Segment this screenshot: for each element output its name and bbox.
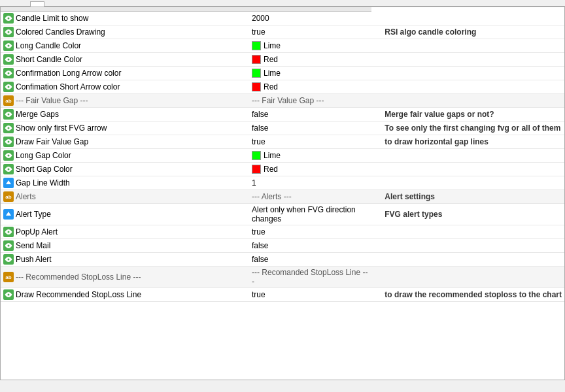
svg-point-4: [8, 73, 10, 74]
value-cell[interactable]: Alert only when FVG direction changes: [249, 204, 371, 225]
variable-label: Short Gap Color: [16, 165, 73, 174]
value-cell[interactable]: Red: [249, 80, 371, 94]
value-cell[interactable]: Red: [249, 163, 371, 176]
note-cell: to draw horizontal gap lines: [371, 135, 564, 149]
value-cell[interactable]: --- Recomanded StopLoss Line ---: [249, 267, 371, 288]
value-label: false: [252, 123, 268, 133]
tab-common[interactable]: [15, 1, 29, 6]
table-row: Draw Recommended StopLoss Linetrueto dra…: [1, 288, 564, 302]
value-label: Lime: [264, 41, 281, 50]
value-cell[interactable]: 1: [249, 176, 371, 190]
color-swatch: [252, 41, 261, 50]
variable-cell: Confimation Short Arrow color: [1, 80, 249, 94]
value-cell[interactable]: false: [249, 108, 371, 122]
eye-icon: [3, 227, 14, 237]
variable-label: Short Candle Color: [16, 55, 82, 64]
ab-icon: ab: [3, 95, 14, 106]
note-cell: [371, 176, 564, 190]
settings-table: Candle Limit to show2000 Colored Candles…: [1, 7, 564, 302]
variable-label: Merge Gaps: [16, 110, 59, 119]
value-label: Alert only when FVG direction changes: [252, 205, 369, 223]
table-row: PopUp Alerttrue: [1, 225, 564, 239]
note-cell: [371, 67, 564, 80]
tab-colors[interactable]: [45, 1, 60, 6]
tab-inputs[interactable]: [30, 1, 44, 7]
svg-point-16: [8, 294, 10, 296]
variable-cell: Gap Line Width: [1, 176, 249, 190]
color-swatch: [252, 151, 261, 160]
note-cell: [371, 239, 564, 253]
table-row: Long Gap ColorLime: [1, 149, 564, 163]
table-row: ab--- Recommended StopLoss Line ------ R…: [1, 267, 564, 288]
eye-icon: [3, 109, 14, 120]
note-cell: [371, 94, 564, 108]
table-row: Long Candle ColorLime: [1, 39, 564, 53]
variable-label: Colored Candles Drawing: [16, 27, 105, 37]
eye-icon: [3, 289, 14, 300]
value-cell[interactable]: Lime: [249, 149, 371, 163]
tab-bar: [0, 0, 565, 7]
note-cell: To see only the first changing fvg or al…: [371, 122, 564, 135]
value-cell[interactable]: true: [249, 25, 371, 39]
tab-about[interactable]: [0, 1, 14, 6]
svg-point-8: [8, 141, 10, 143]
color-swatch: [252, 55, 261, 64]
value-cell[interactable]: --- Fair Value Gap ---: [249, 94, 371, 108]
svg-point-15: [8, 259, 10, 261]
tab-visualization[interactable]: [60, 1, 75, 6]
value-cell[interactable]: Lime: [249, 67, 371, 80]
svg-point-14: [8, 245, 10, 247]
value-cell[interactable]: false: [249, 122, 371, 135]
value-cell[interactable]: Red: [249, 53, 371, 67]
svg-point-6: [8, 114, 10, 116]
value-label: true: [252, 227, 265, 237]
variable-cell: Short Gap Color: [1, 163, 249, 176]
value-cell[interactable]: 2000: [249, 12, 371, 25]
svg-point-13: [8, 231, 10, 233]
variable-cell: abAlerts: [1, 190, 249, 204]
value-cell[interactable]: Lime: [249, 39, 371, 53]
color-swatch: [252, 82, 261, 91]
value-cell[interactable]: false: [249, 253, 371, 267]
ab-icon: ab: [3, 191, 14, 202]
variable-label: Send Mail: [16, 241, 50, 250]
table-row: Send Mailfalse: [1, 239, 564, 253]
value-label: Red: [264, 165, 278, 174]
svg-point-3: [8, 59, 10, 61]
eye-icon: [3, 13, 14, 24]
table-row: Merge GapsfalseMerge fair value gaps or …: [1, 108, 564, 122]
note-cell: [371, 163, 564, 176]
eye-icon: [3, 27, 14, 37]
variable-cell: Show only first FVG arrow: [1, 122, 249, 135]
value-cell[interactable]: true: [249, 288, 371, 302]
svg-point-9: [8, 155, 10, 157]
variable-label: --- Fair Value Gap ---: [16, 96, 88, 105]
variable-cell: Long Candle Color: [1, 39, 249, 53]
eye-icon: [3, 240, 14, 251]
note-cell: [371, 80, 564, 94]
value-cell[interactable]: true: [249, 225, 371, 239]
variable-cell: Draw Fair Value Gap: [1, 135, 249, 149]
svg-point-7: [8, 127, 10, 129]
value-label: 2000: [252, 14, 269, 23]
note-cell: [371, 53, 564, 67]
value-cell[interactable]: true: [249, 135, 371, 149]
value-label: true: [252, 290, 265, 299]
value-cell[interactable]: false: [249, 239, 371, 253]
eye-icon: [3, 82, 14, 92]
table-row: abAlerts--- Alerts ---Alert settings: [1, 190, 564, 204]
variable-cell: Long Gap Color: [1, 149, 249, 163]
table-row: Candle Limit to show2000: [1, 12, 564, 25]
table-row: ab--- Fair Value Gap ------ Fair Value G…: [1, 94, 564, 108]
table-row: Draw Fair Value Gaptrueto draw horizonta…: [1, 135, 564, 149]
variable-cell: PopUp Alert: [1, 225, 249, 239]
variable-cell: ab--- Recommended StopLoss Line ---: [1, 267, 249, 288]
svg-point-10: [8, 169, 10, 171]
arrow-blue-icon: [3, 178, 14, 188]
note-cell: Merge fair value gaps or not?: [371, 108, 564, 122]
arrow-blue-icon: [3, 209, 14, 220]
svg-marker-11: [6, 180, 11, 184]
variable-label: Draw Fair Value Gap: [16, 137, 88, 146]
value-cell[interactable]: --- Alerts ---: [249, 190, 371, 204]
variable-label: Confirmation Long Arrow color: [16, 69, 121, 78]
